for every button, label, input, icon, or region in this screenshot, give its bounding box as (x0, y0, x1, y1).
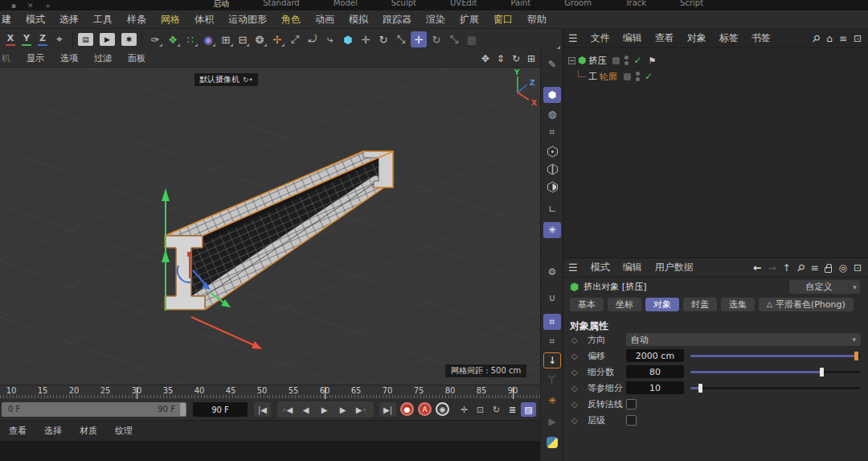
up-icon[interactable]: ↑ (783, 262, 791, 274)
range-handle[interactable] (180, 403, 186, 416)
close-icon[interactable]: ✕ (27, 2, 34, 10)
quantize-button[interactable]: ⌗ (543, 333, 561, 349)
move-tool-button[interactable]: ✛ (358, 31, 374, 47)
render-settings-button[interactable]: ✱ (121, 33, 137, 46)
menu-volume[interactable]: 体积 (187, 13, 221, 27)
subdivision-field[interactable]: 80 (626, 365, 684, 378)
menu-mat-view[interactable]: 查看 (0, 425, 35, 437)
render-picture-viewer-button[interactable]: ▶ (100, 33, 115, 46)
subdivide-button[interactable]: ❖ (165, 31, 181, 47)
menu-spline[interactable]: 样条 (120, 13, 154, 27)
mograph-button[interactable]: ✳ (543, 393, 561, 409)
record-rotation-button[interactable]: ↻ (489, 402, 504, 417)
snap-axis-button[interactable]: ✢ (269, 31, 285, 47)
menu-mat-select[interactable]: 选择 (35, 425, 71, 437)
render-view-button[interactable]: ▤ (78, 33, 93, 46)
menu-select[interactable]: 选择 (52, 13, 86, 27)
hierarchy-checkbox[interactable] (626, 415, 637, 426)
rotate-tool-button[interactable]: ↻ (375, 31, 391, 47)
grid-snap-button[interactable]: ⌗ (543, 314, 561, 330)
workplane-lock-button[interactable]: ↓ (543, 352, 561, 368)
volume-button[interactable]: ◉ (200, 31, 216, 47)
tab-caps[interactable]: 封盖 (683, 298, 717, 311)
array-button[interactable]: ⊞ (218, 31, 234, 47)
next-frame-button[interactable]: ▶ (334, 402, 351, 417)
menu-animate[interactable]: 动画 (308, 13, 342, 27)
slider-handle[interactable] (820, 368, 824, 377)
commander-button[interactable]: ⊟ (235, 31, 250, 47)
menu-tracker[interactable]: 跟踪器 (375, 13, 419, 27)
points-mode-button[interactable] (543, 143, 561, 159)
toggle-views-icon[interactable]: ⊞ (527, 53, 535, 64)
edges-mode-button[interactable] (543, 161, 561, 177)
spline-pen-button[interactable]: ✑ (147, 31, 163, 47)
search-icon[interactable]: ⚲ (810, 31, 823, 44)
menu-om-bookmarks[interactable]: 书签 (745, 31, 777, 45)
target-icon[interactable]: ◎ (838, 262, 846, 274)
param-diamond-icon[interactable]: ◇ (571, 335, 578, 344)
layer-color-chip[interactable] (624, 73, 631, 80)
visibility-toggles[interactable] (624, 56, 628, 65)
simplify-mode-button[interactable]: ⬢ (340, 31, 356, 47)
next-key-button[interactable]: ▶◦ (353, 402, 370, 417)
menu-mat-texture[interactable]: 纹理 (106, 425, 141, 437)
record-layers-button[interactable]: ≣ (505, 402, 520, 417)
hamburger-icon[interactable]: ☰ (563, 32, 584, 44)
lock-y-button[interactable]: Y (19, 31, 34, 47)
snap-button[interactable]: ∪ (543, 290, 561, 306)
param-diamond-icon[interactable]: ◇ (571, 352, 578, 360)
record-keyframe-button[interactable]: ● (400, 402, 414, 416)
menu-am-mode[interactable]: 模式 (584, 261, 616, 274)
menu-extensions[interactable]: 扩展 (452, 13, 486, 27)
filter-icon[interactable]: ≡ (839, 33, 847, 44)
param-diamond-icon[interactable]: ◇ (571, 368, 578, 377)
keyframe-selection-button[interactable]: ◉ (436, 402, 449, 416)
lock-z-button[interactable]: Z (35, 31, 50, 47)
pan-view-icon[interactable]: ✥ (481, 53, 489, 64)
menu-om-tags[interactable]: 标签 (713, 31, 745, 45)
menu-help[interactable]: 帮助 (520, 13, 554, 27)
menu-om-edit[interactable]: 编辑 (616, 31, 649, 45)
record-position-button[interactable]: ✛ (457, 402, 472, 417)
menu-am-edit[interactable]: 编辑 (616, 261, 649, 274)
redo-view-button[interactable]: ⤷ (322, 31, 338, 47)
symmetry-button[interactable]: ∷ (182, 31, 199, 47)
visibility-toggles[interactable] (636, 72, 640, 81)
lock-x-button[interactable]: X (3, 31, 18, 47)
rotate-band-button[interactable]: ↻ (428, 31, 444, 47)
param-diamond-icon[interactable]: ◇ (571, 416, 578, 425)
tab-phong[interactable]: △ 平滑着色(Phong) (759, 298, 854, 311)
slider-handle[interactable] (698, 384, 702, 393)
search-icon[interactable]: ⚲ (794, 261, 807, 274)
collapse-icon[interactable]: − (568, 57, 575, 64)
menu-character[interactable]: 角色 (274, 13, 308, 27)
menu-simulate[interactable]: 模拟 (342, 13, 375, 27)
axis-mode-button[interactable]: ∟ (543, 201, 561, 217)
menu-create[interactable]: 建 (0, 13, 18, 27)
light-button[interactable]: ❂ (252, 31, 268, 47)
object-row-extrude[interactable]: − ⬢ 挤压 ✓ ⚑ (568, 53, 656, 68)
enabled-check-icon[interactable]: ✓ (633, 55, 641, 66)
texture-mode-button[interactable]: ◍ (543, 106, 561, 122)
workplane-mode-button[interactable]: ⌗ (543, 124, 561, 140)
scale-band-button[interactable]: ⤡ (446, 31, 462, 47)
menu-om-object[interactable]: 对象 (681, 31, 713, 45)
goto-end-button[interactable]: ▶| (379, 402, 396, 417)
tab-coord[interactable]: 坐标 (608, 298, 641, 311)
prev-frame-button[interactable]: ◀ (297, 402, 314, 417)
record-scale-button[interactable]: ⊡ (473, 402, 488, 417)
layer-color-chip[interactable] (612, 57, 620, 64)
python-button[interactable] (543, 434, 561, 451)
param-diamond-icon[interactable]: ◇ (571, 384, 578, 393)
menu-render[interactable]: 渲染 (419, 13, 452, 27)
timeline-ruler[interactable]: 10 15 20 25 30 35 40 45 50 55 60 65 70 7… (0, 385, 540, 399)
record-parameter-button[interactable]: ▨ (521, 402, 536, 417)
enable-axis-button[interactable]: ✳ (543, 222, 561, 238)
menu-display[interactable]: 显示 (18, 52, 52, 64)
home-icon[interactable]: ⌂ (826, 33, 833, 44)
model-mode-button[interactable]: ⬢ (543, 87, 561, 103)
make-editable-button[interactable]: ✎ (543, 56, 561, 72)
offset-field[interactable]: 2000 cm (626, 349, 684, 362)
hamburger-icon[interactable]: ☰ (563, 261, 584, 274)
phong-tag-icon[interactable]: ⚑ (649, 56, 657, 66)
